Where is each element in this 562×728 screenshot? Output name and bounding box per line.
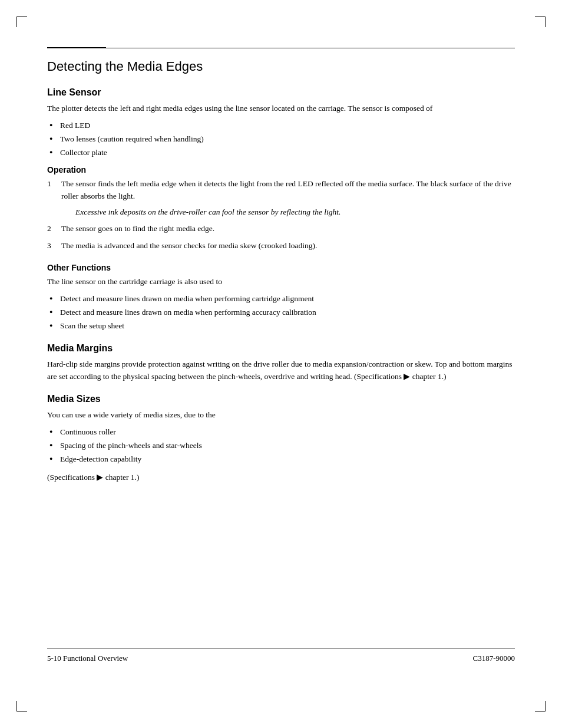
corner-mark-top-left xyxy=(16,17,27,27)
operation-text-1: The sensor finds the left media edge whe… xyxy=(61,179,511,200)
bullet-accuracy-calibration: Detect and measure lines drawn on media … xyxy=(47,307,515,319)
operation-text-2: The sensor goes on to find the right med… xyxy=(61,224,214,233)
operation-item-3: 3 The media is advanced and the sensor c… xyxy=(47,240,515,252)
footer-right: C3187-90000 xyxy=(473,654,515,663)
operation-num-2: 2 xyxy=(47,223,51,235)
operation-heading: Operation xyxy=(47,165,515,174)
bullet-two-lenses: Two lenses (caution required when handli… xyxy=(47,133,515,146)
bullet-red-led: Red LED xyxy=(47,120,515,132)
bullet-collector-plate: Collector plate xyxy=(47,147,515,159)
other-functions-subsection: Other Functions The line sensor on the c… xyxy=(47,263,515,332)
media-sizes-bullets: Continuous roller Spacing of the pinch-w… xyxy=(47,426,515,466)
top-rule-short xyxy=(47,47,106,48)
line-sensor-bullets: Red LED Two lenses (caution required whe… xyxy=(47,120,515,159)
page: Detecting the Media Edges Line Sensor Th… xyxy=(0,0,562,728)
operation-num-1: 1 xyxy=(47,178,51,190)
line-sensor-intro: The plotter detects the left and right m… xyxy=(47,103,515,115)
footer-left: 5-10 Functional Overview xyxy=(47,654,128,663)
content-area: Detecting the Media Edges Line Sensor Th… xyxy=(47,47,515,681)
other-functions-bullets: Detect and measure lines drawn on media … xyxy=(47,293,515,332)
bullet-cartridge-alignment: Detect and measure lines drawn on media … xyxy=(47,293,515,305)
media-sizes-heading: Media Sizes xyxy=(47,394,515,404)
operation-list: 1 The sensor finds the left media edge w… xyxy=(47,178,515,253)
media-margins-section: Media Margins Hard-clip side margins pro… xyxy=(47,343,515,383)
page-title: Detecting the Media Edges xyxy=(47,59,515,74)
operation-item-2: 2 The sensor goes on to find the right m… xyxy=(47,223,515,235)
bullet-edge-detection: Edge-detection capability xyxy=(47,453,515,466)
operation-text-3: The media is advanced and the sensor che… xyxy=(61,241,317,250)
line-sensor-heading: Line Sensor xyxy=(47,87,515,98)
media-sizes-intro: You can use a wide variety of media size… xyxy=(47,409,515,421)
bullet-continuous-roller: Continuous roller xyxy=(47,426,515,439)
bullet-pinch-wheels: Spacing of the pinch-wheels and star-whe… xyxy=(47,440,515,452)
footer: 5-10 Functional Overview C3187-90000 xyxy=(47,654,515,663)
operation-subsection: Operation 1 The sensor finds the left me… xyxy=(47,165,515,253)
operation-note-1: Excessive ink deposits on the drive-roll… xyxy=(61,206,515,219)
media-margins-body: Hard-clip side margins provide protectio… xyxy=(47,358,515,383)
operation-num-3: 3 xyxy=(47,240,51,252)
top-rule-long xyxy=(106,48,515,48)
media-sizes-footer-note: (Specifications ▶ chapter 1.) xyxy=(47,472,515,484)
operation-item-1: 1 The sensor finds the left media edge w… xyxy=(47,178,515,219)
corner-mark-bottom-left xyxy=(16,701,27,711)
top-rule xyxy=(47,47,515,48)
line-sensor-section: Line Sensor The plotter detects the left… xyxy=(47,87,515,332)
media-sizes-section: Media Sizes You can use a wide variety o… xyxy=(47,394,515,484)
bullet-scan-setup: Scan the setup sheet xyxy=(47,320,515,332)
corner-mark-bottom-right xyxy=(535,701,546,711)
other-functions-intro: The line sensor on the cartridge carriag… xyxy=(47,276,515,288)
media-margins-heading: Media Margins xyxy=(47,343,515,354)
other-functions-heading: Other Functions xyxy=(47,263,515,272)
corner-mark-top-right xyxy=(535,17,546,27)
bottom-rule xyxy=(47,648,515,648)
